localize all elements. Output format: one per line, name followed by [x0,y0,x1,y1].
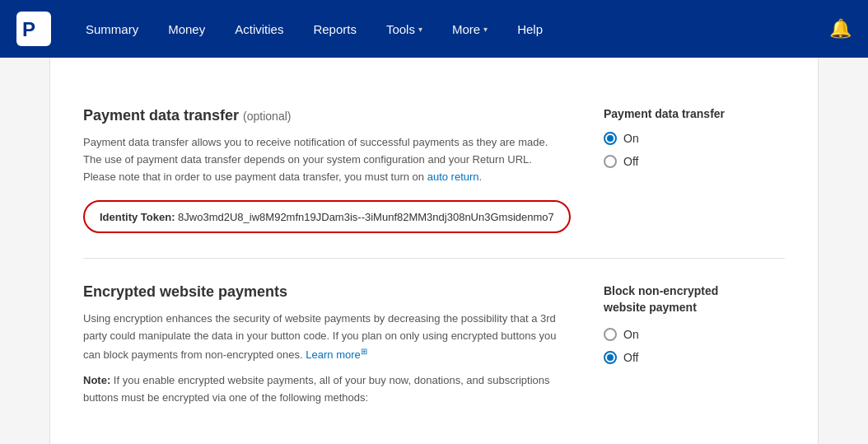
pdt-optional-label: (optional) [243,110,291,123]
pdt-radio-on-circle[interactable] [604,132,617,145]
enc-description1: Using encryption enhances the security o… [83,311,571,364]
svg-text:P: P [22,18,35,40]
enc-radio-off-label: Off [623,351,638,364]
encrypted-payments-section: Encrypted website payments Using encrypt… [83,259,785,439]
enc-radio-off[interactable]: Off [604,351,785,364]
nav-right: 🔔 [829,18,852,40]
payment-data-transfer-section: Payment data transfer (optional) Payment… [83,82,785,259]
pdt-radio-on[interactable]: On [604,132,785,145]
identity-token-text: Identity Token: 8Jwo3md2U8_iw8M92mfn19JD… [100,211,554,223]
pdt-layout: Payment data transfer (optional) Payment… [83,107,785,233]
pdt-right-label: Payment data transfer [604,107,785,120]
enc-description2: Note: If you enable encrypted website pa… [83,372,571,407]
pdt-radio-off-label: Off [623,155,638,168]
tools-chevron-icon: ▾ [418,25,422,34]
identity-token-box: Identity Token: 8Jwo3md2U8_iw8M92mfn19JD… [83,200,571,233]
nav-links: Summary Money Activities Reports Tools ▾… [71,22,829,36]
enc-radio-on-circle[interactable] [604,328,617,341]
nav-item-money[interactable]: Money [153,22,220,36]
pdt-radio-off[interactable]: Off [604,155,785,168]
nav-item-reports[interactable]: Reports [298,22,371,36]
paypal-logo[interactable]: P [16,12,51,46]
enc-right-label: Block non-encrypted website payment [604,283,785,315]
nav-item-activities[interactable]: Activities [220,22,298,36]
pdt-main: Payment data transfer (optional) Payment… [83,107,571,233]
enc-radio-on[interactable]: On [604,328,785,341]
pdt-title: Payment data transfer (optional) [83,107,571,124]
nav-item-summary[interactable]: Summary [71,22,153,36]
enc-layout: Encrypted website payments Using encrypt… [83,283,785,414]
enc-note-bold: Note: [83,374,110,386]
enc-right: Block non-encrypted website payment On O… [604,283,785,414]
more-chevron-icon: ▾ [483,25,488,34]
external-link-icon: ⊞ [361,347,367,356]
nav-item-more[interactable]: More ▾ [437,22,502,36]
page-content: Payment data transfer (optional) Payment… [0,58,868,444]
auto-return-link[interactable]: auto return [427,171,479,183]
enc-radio-off-circle[interactable] [604,351,617,364]
content-card: Payment data transfer (optional) Payment… [49,58,819,444]
enc-main: Encrypted website payments Using encrypt… [83,283,571,414]
identity-token-label: Identity Token: [100,211,175,223]
learn-more-link[interactable]: Learn more⊞ [306,348,366,361]
navbar: P Summary Money Activities Reports Tools… [0,0,868,58]
pdt-radio-off-circle[interactable] [604,155,617,168]
nav-item-tools[interactable]: Tools ▾ [371,22,437,36]
enc-title: Encrypted website payments [83,283,571,301]
pdt-description: Payment data transfer allows you to rece… [83,134,571,185]
notification-bell-icon[interactable]: 🔔 [829,18,852,40]
identity-token-value: 8Jwo3md2U8_iw8M92mfn19JDam3is--3iMunf82M… [178,211,554,223]
pdt-radio-on-label: On [623,132,639,145]
nav-item-help[interactable]: Help [502,22,558,36]
pdt-right: Payment data transfer On Off [604,107,785,233]
enc-radio-on-label: On [623,328,639,341]
